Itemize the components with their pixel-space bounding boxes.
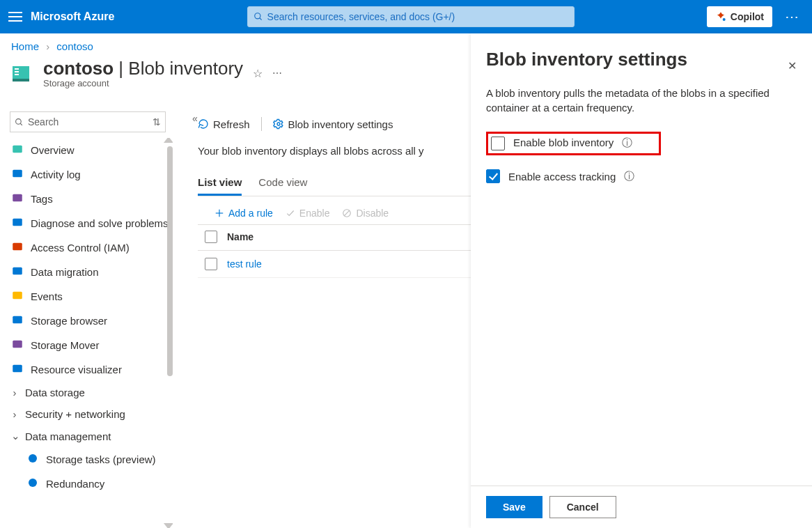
copilot-label: Copilot — [731, 11, 764, 22]
nav-item[interactable]: Activity log — [3, 162, 173, 187]
add-rule-button[interactable]: Add a rule — [214, 208, 273, 219]
nav-item[interactable]: Redundancy — [3, 472, 173, 496]
azure-top-bar: Microsoft Azure Search resources, servic… — [0, 0, 812, 33]
hamburger-menu-icon[interactable] — [8, 12, 22, 22]
column-name-header: Name — [227, 231, 253, 242]
nav-icon — [11, 143, 24, 157]
settings-button[interactable]: Blob inventory settings — [273, 118, 393, 130]
svg-point-22 — [277, 123, 280, 125]
nav-item[interactable]: Access Control (IAM) — [3, 235, 173, 260]
nav-search-placeholder: Search — [28, 116, 58, 127]
svg-rect-11 — [13, 170, 22, 178]
svg-rect-5 — [15, 71, 19, 72]
nav-item-label: Storage Mover — [31, 339, 99, 351]
panel-description: A blob inventory pulls the metadata of t… — [486, 86, 797, 115]
nav-item-label: Access Control (IAM) — [31, 242, 130, 254]
nav-icon — [11, 362, 24, 377]
scroll-down-icon[interactable] — [164, 523, 173, 528]
save-button[interactable]: Save — [486, 496, 542, 518]
nav-search-input[interactable]: Search ⇅ — [10, 111, 166, 132]
nav-icon — [11, 192, 24, 206]
nav-item[interactable]: Diagnose and solve problems — [3, 211, 173, 235]
page-more-icon[interactable]: ⋯ — [272, 68, 283, 79]
nav-item[interactable]: Storage tasks (preview) — [3, 447, 173, 472]
nav-item[interactable]: Storage Mover — [3, 333, 173, 357]
nav-item-label: Diagnose and solve problems — [31, 217, 169, 229]
enable-inventory-checkbox[interactable] — [491, 137, 505, 150]
nav-icon — [11, 216, 24, 231]
block-icon — [342, 208, 352, 218]
refresh-icon — [198, 118, 209, 130]
svg-rect-7 — [13, 79, 29, 81]
enable-inventory-label: Enable blob inventory — [513, 137, 614, 150]
tab-code-view[interactable]: Code view — [258, 171, 307, 196]
rule-link[interactable]: test rule — [227, 258, 262, 270]
svg-rect-6 — [15, 74, 19, 75]
chevron-right-icon: › — [11, 408, 18, 420]
copilot-button[interactable]: Copilot — [707, 6, 772, 27]
breadcrumb-home[interactable]: Home — [11, 40, 39, 52]
nav-icon — [11, 167, 24, 182]
nav-item[interactable]: Tags — [3, 187, 173, 211]
nav-item[interactable]: Data migration — [3, 260, 173, 284]
nav-icon — [11, 313, 24, 328]
svg-rect-16 — [13, 292, 22, 300]
svg-rect-10 — [13, 146, 22, 153]
nav-item-label: Data management — [25, 430, 111, 442]
row-checkbox[interactable] — [205, 258, 217, 270]
nav-item-label: Redundancy — [46, 478, 104, 490]
nav-icon — [26, 452, 39, 467]
panel-footer: Save Cancel — [471, 486, 812, 528]
svg-point-8 — [16, 118, 22, 124]
nav-icon — [11, 289, 24, 304]
more-menu-icon[interactable]: ⋯ — [781, 8, 804, 25]
svg-rect-19 — [13, 365, 22, 373]
chevron-down-icon: ⌄ — [11, 430, 18, 442]
scrollbar-thumb[interactable] — [167, 146, 173, 376]
global-search-input[interactable]: Search resources, services, and docs (G+… — [247, 6, 575, 27]
storage-account-icon — [11, 62, 33, 84]
nav-icon — [11, 240, 24, 255]
nav-item-label: Data storage — [25, 387, 85, 398]
plus-icon — [214, 208, 224, 218]
svg-rect-18 — [13, 341, 22, 348]
nav-item[interactable]: Storage browser — [3, 309, 173, 333]
nav-item[interactable]: ›Security + networking — [3, 403, 173, 425]
svg-point-21 — [29, 479, 37, 487]
nav-item-label: Storage tasks (preview) — [46, 453, 156, 465]
nav-item-label: Security + networking — [25, 408, 125, 420]
enable-tracking-label: Enable access tracking — [508, 171, 616, 183]
svg-line-9 — [20, 123, 22, 125]
gear-icon — [273, 118, 284, 130]
scroll-up-icon[interactable] — [164, 138, 173, 143]
svg-rect-4 — [15, 68, 19, 70]
svg-point-20 — [29, 454, 37, 463]
info-icon[interactable]: ⓘ — [624, 170, 634, 183]
svg-point-2 — [722, 18, 725, 21]
nav-item-label: Resource visualizer — [31, 364, 122, 375]
close-icon[interactable]: ✕ — [788, 59, 797, 72]
breadcrumb-current[interactable]: contoso — [56, 40, 93, 52]
info-icon[interactable]: ⓘ — [622, 137, 632, 150]
chevron-right-icon: › — [11, 387, 18, 398]
nav-item[interactable]: Events — [3, 284, 173, 309]
favorite-star-icon[interactable]: ☆ — [253, 67, 263, 80]
updown-icon[interactable]: ⇅ — [153, 116, 161, 127]
enable-tracking-checkbox[interactable] — [486, 169, 500, 183]
svg-rect-14 — [13, 243, 22, 251]
nav-item[interactable]: Resource visualizer — [3, 357, 173, 382]
nav-item[interactable]: ›Data storage — [3, 382, 173, 403]
nav-item-label: Tags — [31, 193, 53, 205]
select-all-checkbox[interactable] — [205, 231, 217, 243]
nav-icon — [11, 265, 24, 279]
nav-item-label: Storage browser — [31, 315, 107, 327]
nav-item[interactable]: Overview — [3, 138, 173, 162]
nav-item[interactable]: ⌄Data management — [3, 425, 173, 447]
page-subtitle: Storage account — [43, 78, 243, 88]
svg-rect-15 — [13, 267, 22, 275]
refresh-button[interactable]: Refresh — [198, 118, 250, 130]
settings-panel: Blob inventory settings ✕ A blob invento… — [471, 33, 812, 528]
cancel-button[interactable]: Cancel — [549, 496, 616, 518]
tab-list-view[interactable]: List view — [198, 171, 242, 196]
nav-item-label: Activity log — [31, 169, 81, 180]
